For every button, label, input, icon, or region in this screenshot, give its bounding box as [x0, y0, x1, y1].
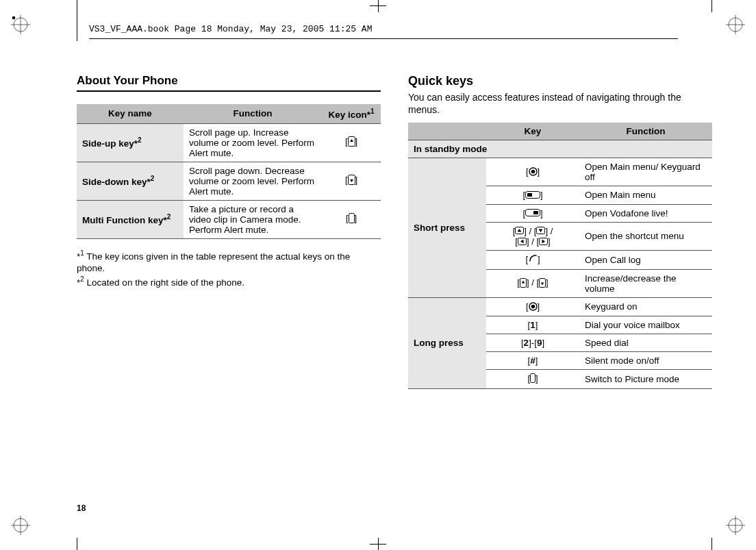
cell-side-down-fn: Scroll page down. Decrease volume or zoo… [184, 162, 322, 200]
reg-mark-bottom-left [11, 516, 30, 535]
crop-mark [77, 538, 77, 550]
volume-down-key-icon [348, 175, 355, 187]
th-function: Function [184, 104, 322, 123]
key-send: [] [486, 251, 579, 270]
th-key-icon: Key icon*1 [322, 104, 381, 123]
nav-down-icon [536, 227, 545, 236]
crop-mark [711, 538, 712, 550]
crop-mark [370, 5, 386, 6]
svg-rect-19 [527, 193, 532, 197]
key-function-table: Key name Function Key icon*1 Side-up key… [77, 104, 381, 239]
fn-open-vodafone: Open Vodafone live! [579, 204, 712, 222]
fn-open-main-keyguard: Open Main menu/ Keyguard off [579, 158, 712, 186]
volume-down-key-icon [539, 278, 546, 290]
fn-speed-dial: Speed dial [579, 334, 712, 352]
centre-key-icon [529, 167, 538, 178]
quick-keys-title: Quick keys [408, 74, 712, 88]
fn-silent-mode: Silent mode on/off [579, 352, 712, 370]
cell-side-down-key: Side-down key*2 [77, 162, 184, 200]
right-column: Quick keys You can easily access feature… [408, 74, 712, 389]
th-key-name: Key name [77, 104, 184, 123]
nav-up-icon [515, 227, 524, 236]
pdf-header-line: VS3_VF_AAA.book Page 18 Monday, May 23, … [89, 24, 667, 39]
left-column: About Your Phone Key name Function Key i… [77, 74, 381, 389]
crop-mark [711, 0, 712, 12]
key-hash: [#] [486, 352, 579, 370]
quick-keys-table: Key Function In standby mode Short press… [408, 123, 712, 388]
cell-side-up-fn: Scroll page up. Increase volume or zoom … [184, 123, 322, 162]
cell-side-up-key: Side-up key*2 [77, 123, 184, 162]
centre-key-icon [529, 302, 538, 313]
fn-open-main: Open Main menu [579, 186, 712, 204]
crop-mark [370, 544, 386, 545]
th-qk-function: Function [579, 123, 712, 140]
cell-multifn-fn: Take a picture or record a video clip in… [184, 200, 322, 238]
key-centre: [] [486, 158, 579, 186]
key-centre-long: [] [486, 297, 579, 316]
left-soft-key-icon [525, 191, 540, 201]
volume-up-key-icon [348, 136, 355, 149]
svg-rect-3 [12, 16, 15, 19]
cell-side-up-icon: [] [322, 123, 381, 162]
quick-keys-desc: You can easily access features instead o… [408, 91, 712, 116]
header-text: VS3_VF_AAA.book Page 18 Monday, May 23, … [89, 24, 372, 34]
reg-mark-top-left [11, 15, 30, 34]
multi-function-key-icon [349, 213, 355, 225]
svg-rect-30 [531, 374, 536, 383]
key-nav-arrows: [] / [] / [] / [] [486, 222, 579, 250]
key-1: [1] [486, 316, 579, 334]
short-press-label: Short press [408, 158, 486, 297]
section-title: About Your Phone [77, 74, 381, 92]
fn-volume: Increase/decrease the volume [579, 269, 712, 297]
key-right-soft: [] [486, 204, 579, 222]
footnotes: *1 The key icons given in the table repr… [77, 249, 381, 290]
reg-mark-top-right [726, 15, 745, 34]
reg-mark-bottom-right [726, 516, 745, 535]
svg-point-29 [531, 304, 535, 308]
crop-mark [378, 0, 379, 12]
svg-rect-21 [533, 211, 538, 214]
page-number: 18 [77, 503, 86, 513]
svg-point-17 [531, 170, 535, 174]
nav-right-icon [539, 238, 548, 247]
crop-mark [77, 0, 77, 41]
fn-voicemail: Dial your voice mailbox [579, 316, 712, 334]
volume-up-key-icon [520, 278, 527, 290]
svg-rect-15 [349, 214, 354, 223]
mode-header-standby: In standby mode [408, 140, 712, 158]
cell-side-down-icon: [] [322, 162, 381, 200]
multi-function-key-icon [530, 373, 536, 385]
key-volume-updown: [] / [] [486, 269, 579, 297]
fn-shortcut-menu: Open the shortcut menu [579, 222, 712, 250]
send-key-icon [528, 254, 538, 266]
key-left-soft: [] [486, 186, 579, 204]
th-qk-key: Key [486, 123, 579, 140]
long-press-label: Long press [408, 297, 486, 388]
right-soft-key-icon [525, 209, 540, 218]
nav-left-icon [518, 238, 527, 247]
key-2-9: [2]-[9] [486, 334, 579, 352]
fn-call-log: Open Call log [579, 251, 712, 270]
fn-keyguard-on: Keyguard on [579, 297, 712, 316]
cell-multifn-icon: [] [322, 200, 381, 238]
cell-multifn-key: Multi Function key*2 [77, 200, 184, 238]
fn-picture-mode: Switch to Picture mode [579, 370, 712, 389]
key-multifn-long: [] [486, 370, 579, 389]
